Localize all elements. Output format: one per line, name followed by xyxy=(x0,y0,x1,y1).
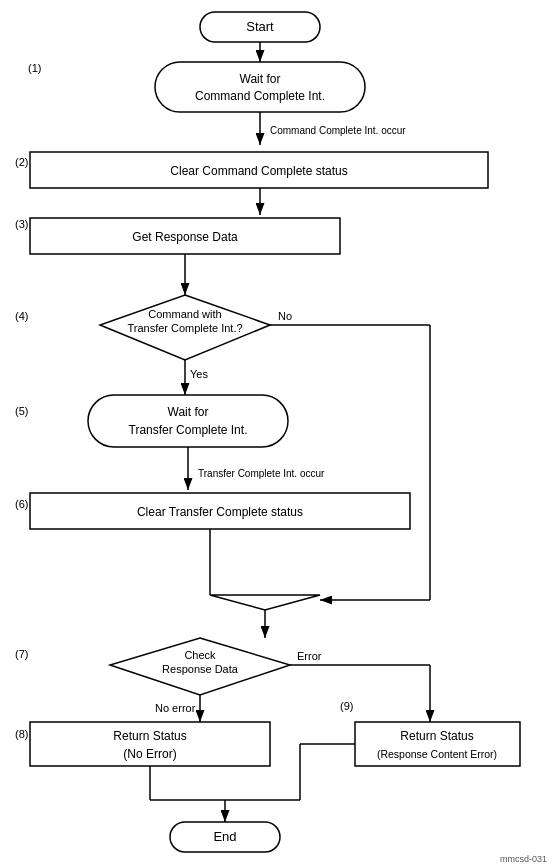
step4-line2: Transfer Complete Int.? xyxy=(127,322,242,334)
svg-rect-3 xyxy=(155,62,365,112)
start-label: Start xyxy=(246,19,274,34)
step5-label: (5) xyxy=(15,405,28,417)
step1-label: (1) xyxy=(28,62,41,74)
step2-text: Clear Command Complete status xyxy=(170,164,347,178)
step4-label: (4) xyxy=(15,310,28,322)
step4-no: No xyxy=(278,310,292,322)
svg-marker-18 xyxy=(210,595,320,610)
step9-line1: Return Status xyxy=(400,729,473,743)
arrow1-label: Command Complete Int. occur xyxy=(270,125,406,136)
step1-line2: Command Complete Int. xyxy=(195,89,325,103)
end-label: End xyxy=(213,829,236,844)
step8-line2: (No Error) xyxy=(123,747,176,761)
step7-line2: Response Data xyxy=(162,663,239,675)
step1-line1: Wait for xyxy=(240,72,281,86)
diagram-container: Start (1) Wait for Command Complete Int.… xyxy=(0,0,553,868)
step5-line2: Transfer Complete Int. xyxy=(129,423,248,437)
step5-line1: Wait for xyxy=(168,405,209,419)
step6-text: Clear Transfer Complete status xyxy=(137,505,303,519)
step7-error: Error xyxy=(297,650,322,662)
step3-text: Get Response Data xyxy=(132,230,238,244)
step3-label: (3) xyxy=(15,218,28,230)
step7-noerror: No error xyxy=(155,702,196,714)
step6-label: (6) xyxy=(15,498,28,510)
flowchart-svg: Start (1) Wait for Command Complete Int.… xyxy=(0,0,553,868)
step4-line1: Command with xyxy=(148,308,221,320)
step2-label: (2) xyxy=(15,156,28,168)
step7-label: (7) xyxy=(15,648,28,660)
step9-label: (9) xyxy=(340,700,353,712)
step9-line2: (Response Content Error) xyxy=(377,748,497,760)
step8-label: (8) xyxy=(15,728,28,740)
step4-yes: Yes xyxy=(190,368,208,380)
svg-rect-13 xyxy=(88,395,288,447)
step7-line1: Check xyxy=(184,649,216,661)
arrow5-label: Transfer Complete Int. occur xyxy=(198,468,325,479)
step8-line1: Return Status xyxy=(113,729,186,743)
watermark: mmcsd-031 xyxy=(500,854,547,864)
